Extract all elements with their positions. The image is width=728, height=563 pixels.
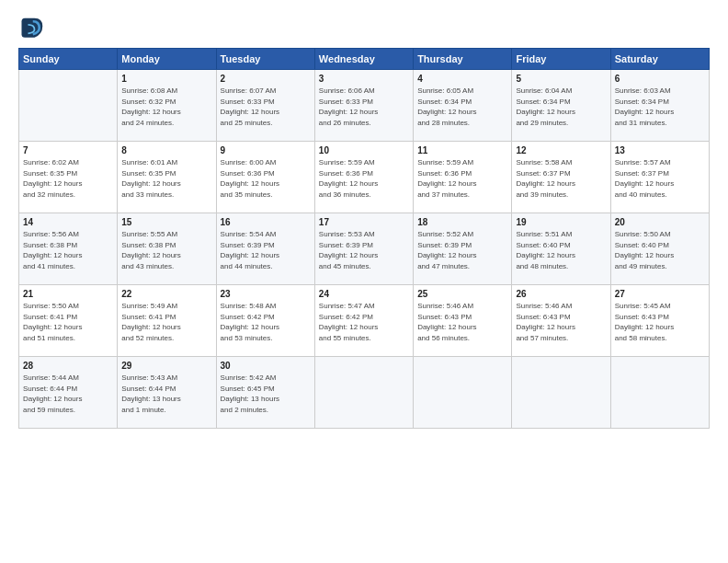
calendar-cell-day-24: 24Sunrise: 5:47 AMSunset: 6:42 PMDayligh…: [314, 285, 413, 357]
day-number: 10: [319, 145, 409, 155]
day-number: 28: [23, 361, 113, 371]
day-info: Sunrise: 6:01 AMSunset: 6:35 PMDaylight:…: [121, 157, 211, 200]
header-day-friday: Friday: [512, 49, 610, 70]
day-number: 9: [221, 145, 311, 155]
day-number: 22: [121, 289, 211, 299]
calendar-cell-day-19: 19Sunrise: 5:51 AMSunset: 6:40 PMDayligh…: [512, 213, 610, 285]
day-number: 25: [417, 289, 507, 299]
day-info: Sunrise: 5:53 AMSunset: 6:39 PMDaylight:…: [319, 229, 409, 271]
calendar-cell-empty: [414, 357, 512, 429]
calendar-cell-day-23: 23Sunrise: 5:48 AMSunset: 6:42 PMDayligh…: [216, 285, 314, 357]
calendar-cell-day-18: 18Sunrise: 5:52 AMSunset: 6:39 PMDayligh…: [414, 213, 512, 285]
day-info: Sunrise: 6:04 AMSunset: 6:34 PMDaylight:…: [516, 86, 606, 128]
day-number: 23: [221, 289, 311, 299]
calendar-page: SundayMondayTuesdayWednesdayThursdayFrid…: [0, 0, 728, 563]
day-number: 12: [516, 145, 606, 155]
header-day-monday: Monday: [118, 49, 216, 70]
logo: [18, 17, 48, 42]
day-number: 20: [615, 217, 705, 227]
calendar-cell-day-22: 22Sunrise: 5:49 AMSunset: 6:41 PMDayligh…: [118, 285, 216, 357]
day-info: Sunrise: 5:49 AMSunset: 6:41 PMDaylight:…: [121, 301, 211, 343]
day-info: Sunrise: 5:51 AMSunset: 6:40 PMDaylight:…: [516, 229, 606, 271]
day-number: 19: [516, 217, 606, 227]
calendar-cell-day-21: 21Sunrise: 5:50 AMSunset: 6:41 PMDayligh…: [19, 285, 118, 357]
header-day-thursday: Thursday: [414, 49, 512, 70]
day-number: 17: [319, 217, 409, 227]
calendar-week-5: 28Sunrise: 5:44 AMSunset: 6:44 PMDayligh…: [19, 357, 710, 429]
calendar-cell-day-12: 12Sunrise: 5:58 AMSunset: 6:37 PMDayligh…: [512, 142, 610, 213]
day-number: 13: [615, 145, 705, 155]
day-info: Sunrise: 5:50 AMSunset: 6:41 PMDaylight:…: [23, 301, 113, 343]
calendar-week-2: 7Sunrise: 6:02 AMSunset: 6:35 PMDaylight…: [19, 142, 710, 213]
calendar-cell-day-8: 8Sunrise: 6:01 AMSunset: 6:35 PMDaylight…: [118, 142, 216, 213]
calendar-cell-day-1: 1Sunrise: 6:08 AMSunset: 6:32 PMDaylight…: [118, 70, 216, 142]
calendar-cell-empty: [610, 357, 709, 429]
calendar-cell-day-20: 20Sunrise: 5:50 AMSunset: 6:40 PMDayligh…: [610, 213, 709, 285]
day-info: Sunrise: 5:50 AMSunset: 6:40 PMDaylight:…: [615, 229, 705, 271]
day-info: Sunrise: 6:08 AMSunset: 6:32 PMDaylight:…: [121, 86, 211, 128]
calendar-cell-day-5: 5Sunrise: 6:04 AMSunset: 6:34 PMDaylight…: [512, 70, 610, 142]
day-number: 11: [417, 145, 507, 155]
day-info: Sunrise: 5:54 AMSunset: 6:39 PMDaylight:…: [221, 229, 311, 271]
calendar-cell-day-6: 6Sunrise: 6:03 AMSunset: 6:34 PMDaylight…: [610, 70, 709, 142]
day-info: Sunrise: 5:48 AMSunset: 6:42 PMDaylight:…: [221, 301, 311, 343]
day-info: Sunrise: 6:03 AMSunset: 6:34 PMDaylight:…: [615, 86, 705, 128]
calendar-week-3: 14Sunrise: 5:56 AMSunset: 6:38 PMDayligh…: [19, 213, 710, 285]
calendar-cell-day-13: 13Sunrise: 5:57 AMSunset: 6:37 PMDayligh…: [610, 142, 709, 213]
day-info: Sunrise: 5:42 AMSunset: 6:45 PMDaylight:…: [221, 373, 311, 415]
day-info: Sunrise: 6:06 AMSunset: 6:33 PMDaylight:…: [319, 86, 409, 128]
day-info: Sunrise: 5:59 AMSunset: 6:36 PMDaylight:…: [417, 157, 507, 200]
day-info: Sunrise: 5:46 AMSunset: 6:43 PMDaylight:…: [417, 301, 507, 343]
day-number: 3: [319, 74, 409, 84]
day-info: Sunrise: 5:47 AMSunset: 6:42 PMDaylight:…: [319, 301, 409, 343]
calendar-cell-day-16: 16Sunrise: 5:54 AMSunset: 6:39 PMDayligh…: [216, 213, 314, 285]
day-info: Sunrise: 6:00 AMSunset: 6:36 PMDaylight:…: [221, 157, 311, 200]
day-info: Sunrise: 5:45 AMSunset: 6:43 PMDaylight:…: [615, 301, 705, 343]
day-info: Sunrise: 5:43 AMSunset: 6:44 PMDaylight:…: [121, 373, 211, 415]
calendar-cell-day-26: 26Sunrise: 5:46 AMSunset: 6:43 PMDayligh…: [512, 285, 610, 357]
day-number: 29: [121, 361, 211, 371]
day-info: Sunrise: 5:46 AMSunset: 6:43 PMDaylight:…: [516, 301, 606, 343]
calendar-cell-day-11: 11Sunrise: 5:59 AMSunset: 6:36 PMDayligh…: [414, 142, 512, 213]
day-number: 24: [319, 289, 409, 299]
header: [18, 17, 710, 42]
day-number: 6: [615, 74, 705, 84]
calendar-cell-day-10: 10Sunrise: 5:59 AMSunset: 6:36 PMDayligh…: [314, 142, 413, 213]
header-day-sunday: Sunday: [19, 49, 118, 70]
day-info: Sunrise: 5:59 AMSunset: 6:36 PMDaylight:…: [319, 157, 409, 200]
day-info: Sunrise: 5:52 AMSunset: 6:39 PMDaylight:…: [417, 229, 507, 271]
calendar-table: SundayMondayTuesdayWednesdayThursdayFrid…: [18, 48, 710, 429]
day-info: Sunrise: 5:44 AMSunset: 6:44 PMDaylight:…: [23, 373, 113, 415]
calendar-week-4: 21Sunrise: 5:50 AMSunset: 6:41 PMDayligh…: [19, 285, 710, 357]
calendar-cell-day-17: 17Sunrise: 5:53 AMSunset: 6:39 PMDayligh…: [314, 213, 413, 285]
calendar-cell-day-9: 9Sunrise: 6:00 AMSunset: 6:36 PMDaylight…: [216, 142, 314, 213]
calendar-cell-day-25: 25Sunrise: 5:46 AMSunset: 6:43 PMDayligh…: [414, 285, 512, 357]
calendar-cell-day-4: 4Sunrise: 6:05 AMSunset: 6:34 PMDaylight…: [414, 70, 512, 142]
calendar-header-row: SundayMondayTuesdayWednesdayThursdayFrid…: [19, 49, 710, 70]
header-day-wednesday: Wednesday: [314, 49, 413, 70]
day-number: 27: [615, 289, 705, 299]
day-number: 21: [23, 289, 113, 299]
calendar-cell-day-29: 29Sunrise: 5:43 AMSunset: 6:44 PMDayligh…: [118, 357, 216, 429]
day-info: Sunrise: 6:02 AMSunset: 6:35 PMDaylight:…: [23, 157, 113, 200]
calendar-cell-day-28: 28Sunrise: 5:44 AMSunset: 6:44 PMDayligh…: [19, 357, 118, 429]
day-info: Sunrise: 5:57 AMSunset: 6:37 PMDaylight:…: [615, 157, 705, 200]
day-number: 18: [417, 217, 507, 227]
header-day-saturday: Saturday: [610, 49, 709, 70]
calendar-cell-empty: [512, 357, 610, 429]
day-number: 8: [121, 145, 211, 155]
day-number: 14: [23, 217, 113, 227]
calendar-cell-day-3: 3Sunrise: 6:06 AMSunset: 6:33 PMDaylight…: [314, 70, 413, 142]
day-info: Sunrise: 5:58 AMSunset: 6:37 PMDaylight:…: [516, 157, 606, 200]
day-number: 1: [121, 74, 211, 84]
header-day-tuesday: Tuesday: [216, 49, 314, 70]
calendar-cell-day-7: 7Sunrise: 6:02 AMSunset: 6:35 PMDaylight…: [19, 142, 118, 213]
day-number: 4: [417, 74, 507, 84]
day-number: 30: [221, 361, 311, 371]
day-number: 7: [23, 145, 113, 155]
calendar-cell-day-30: 30Sunrise: 5:42 AMSunset: 6:45 PMDayligh…: [216, 357, 314, 429]
logo-icon: [18, 17, 44, 42]
day-info: Sunrise: 5:56 AMSunset: 6:38 PMDaylight:…: [23, 229, 113, 271]
calendar-cell-empty: [314, 357, 413, 429]
day-number: 15: [121, 217, 211, 227]
